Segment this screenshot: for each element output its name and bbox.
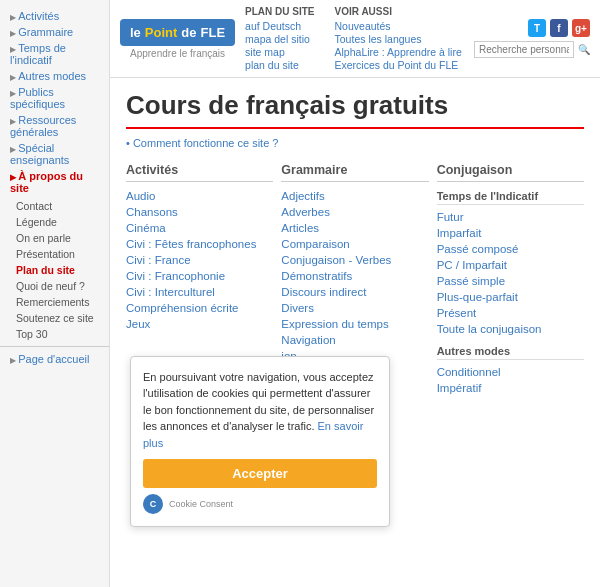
header-right: T f g+ 🔍 xyxy=(474,19,590,58)
sidebar-item-ressources[interactable]: Ressources générales xyxy=(0,112,109,140)
sidebar-item-contact[interactable]: Contact xyxy=(0,198,109,214)
item-divers[interactable]: Divers xyxy=(281,300,428,316)
sidebar-item-soutenez[interactable]: Soutenez ce site xyxy=(0,310,109,326)
item-comprehension[interactable]: Compréhension écrite xyxy=(126,300,273,316)
item-imparfait[interactable]: Imparfait xyxy=(437,225,584,241)
sidebar-item-quoideneuf[interactable]: Quoi de neuf ? xyxy=(0,278,109,294)
item-articles[interactable]: Articles xyxy=(281,220,428,236)
col-grammaire-header: Grammaire xyxy=(281,163,428,182)
item-passe-compose[interactable]: Passé composé xyxy=(437,241,584,257)
nav-voir-langues[interactable]: Toutes les langues xyxy=(335,33,462,45)
sidebar: Activités Grammaire Temps de l'indicatif… xyxy=(0,0,110,587)
page-subtitle[interactable]: Comment fonctionne ce site ? xyxy=(126,137,584,149)
item-francophonie[interactable]: Civi : Francophonie xyxy=(126,268,273,284)
item-expression-temps[interactable]: Expression du temps xyxy=(281,316,428,332)
sidebar-item-grammaire[interactable]: Grammaire xyxy=(0,24,109,40)
item-chansons[interactable]: Chansons xyxy=(126,204,273,220)
item-toute-conjugaison[interactable]: Toute la conjugaison xyxy=(437,321,584,337)
logo-fle: FLE xyxy=(201,25,226,40)
logo-point: Point xyxy=(145,25,178,40)
sidebar-item-accueil[interactable]: Page d'accueil xyxy=(0,351,109,367)
item-jeux[interactable]: Jeux xyxy=(126,316,273,332)
cookie-accept-button[interactable]: Accepter xyxy=(143,459,377,488)
facebook-icon[interactable]: f xyxy=(550,19,568,37)
item-demonstratifs[interactable]: Démonstratifs xyxy=(281,268,428,284)
item-navigation[interactable]: Navigation xyxy=(281,332,428,348)
item-present[interactable]: Présent xyxy=(437,305,584,321)
sidebar-section-bottom: Page d'accueil xyxy=(0,351,109,367)
item-fetes[interactable]: Civi : Fêtes francophones xyxy=(126,236,273,252)
conj-indicatif-header: Temps de l'Indicatif xyxy=(437,190,584,205)
item-audio[interactable]: Audio xyxy=(126,188,273,204)
nav-plan: Plan du site auf Deutsch mapa del sitio … xyxy=(245,6,314,71)
search-icon[interactable]: 🔍 xyxy=(578,44,590,55)
item-discours[interactable]: Discours indirect xyxy=(281,284,428,300)
sidebar-section-sub: Contact Légende On en parle Présentation… xyxy=(0,198,109,342)
nav-plan-mapa[interactable]: mapa del sitio xyxy=(245,33,314,45)
nav-voir-nouveautes[interactable]: Nouveautés xyxy=(335,20,462,32)
nav-voir-alphalire[interactable]: AlphaLire : Apprendre à lire xyxy=(335,46,462,58)
nav-plan-sitemap[interactable]: site map xyxy=(245,46,314,58)
cookie-footer-text: Cookie Consent xyxy=(169,499,233,509)
item-plus-que-parfait[interactable]: Plus-que-parfait xyxy=(437,289,584,305)
sidebar-item-top30[interactable]: Top 30 xyxy=(0,326,109,342)
sidebar-divider xyxy=(0,346,109,347)
cookie-learn-more[interactable]: En savoir plus xyxy=(143,420,363,449)
item-passe-simple[interactable]: Passé simple xyxy=(437,273,584,289)
col-conjugaison-header: Conjugaison xyxy=(437,163,584,182)
sidebar-item-apropos[interactable]: À propos du site xyxy=(0,168,109,196)
cookie-banner: En poursuivant votre navigation, vous ac… xyxy=(130,356,390,528)
sidebar-item-temps[interactable]: Temps de l'indicatif xyxy=(0,40,109,68)
social-icons: T f g+ xyxy=(528,19,590,37)
item-pc-imparfait[interactable]: PC / Imparfait xyxy=(437,257,584,273)
sidebar-item-plandusite[interactable]: Plan du site xyxy=(0,262,109,278)
sidebar-item-modes[interactable]: Autres modes xyxy=(0,68,109,84)
nav-plan-title: Plan du site xyxy=(245,6,314,17)
col-conjugaison: Conjugaison Temps de l'Indicatif Futur I… xyxy=(437,163,584,396)
nav-plan-plan[interactable]: plan du site xyxy=(245,59,314,71)
item-france[interactable]: Civi : France xyxy=(126,252,273,268)
twitter-icon[interactable]: T xyxy=(528,19,546,37)
conj-indicatif: Temps de l'Indicatif Futur Imparfait Pas… xyxy=(437,190,584,337)
item-imperatif[interactable]: Impératif xyxy=(437,380,584,396)
item-cinema[interactable]: Cinéma xyxy=(126,220,273,236)
search-bar: 🔍 xyxy=(474,41,590,58)
nav-voir-title: Voir aussi xyxy=(335,6,462,17)
page-title: Cours de français gratuits xyxy=(126,90,584,129)
gplus-icon[interactable]: g+ xyxy=(572,19,590,37)
cookie-logo-icon: C xyxy=(143,494,163,514)
item-conditionnel[interactable]: Conditionnel xyxy=(437,364,584,380)
nav-plan-deutsch[interactable]: auf Deutsch xyxy=(245,20,314,32)
sidebar-item-special[interactable]: Spécial enseignants xyxy=(0,140,109,168)
sidebar-item-presentation[interactable]: Présentation xyxy=(0,246,109,262)
page-body: Cours de français gratuits Comment fonct… xyxy=(110,78,600,587)
header-nav: Plan du site auf Deutsch mapa del sitio … xyxy=(245,6,464,71)
sidebar-section-main: Activités Grammaire Temps de l'indicatif… xyxy=(0,8,109,196)
sidebar-item-remerciements[interactable]: Remerciements xyxy=(0,294,109,310)
cookie-text: En poursuivant votre navigation, vous ac… xyxy=(143,369,377,452)
sidebar-item-activites[interactable]: Activités xyxy=(0,8,109,24)
sidebar-item-publics[interactable]: Publics spécifiques xyxy=(0,84,109,112)
conj-autres-header: Autres modes xyxy=(437,345,584,360)
search-input[interactable] xyxy=(474,41,574,58)
logo-le: le xyxy=(130,25,141,40)
cookie-footer: C Cookie Consent xyxy=(143,494,377,514)
nav-voir: Voir aussi Nouveautés Toutes les langues… xyxy=(335,6,462,71)
logo-de: de xyxy=(181,25,196,40)
nav-voir-exercices[interactable]: Exercices du Point du FLE xyxy=(335,59,462,71)
item-conjugaison-verbes[interactable]: Conjugaison - Verbes xyxy=(281,252,428,268)
sidebar-item-onenparle[interactable]: On en parle xyxy=(0,230,109,246)
item-adverbes[interactable]: Adverbes xyxy=(281,204,428,220)
conj-autres-modes: Autres modes Conditionnel Impératif xyxy=(437,345,584,396)
logo-subtitle: Apprendre le français xyxy=(130,48,225,59)
item-interculturel[interactable]: Civi : Interculturel xyxy=(126,284,273,300)
item-adjectifs[interactable]: Adjectifs xyxy=(281,188,428,204)
item-comparaison[interactable]: Comparaison xyxy=(281,236,428,252)
logo[interactable]: le Point de FLE xyxy=(120,19,235,46)
item-futur[interactable]: Futur xyxy=(437,209,584,225)
logo-wrap: le Point de FLE Apprendre le français xyxy=(120,19,235,59)
sidebar-item-legende[interactable]: Légende xyxy=(0,214,109,230)
header: le Point de FLE Apprendre le français Pl… xyxy=(110,0,600,78)
main-content: le Point de FLE Apprendre le français Pl… xyxy=(110,0,600,587)
col-activites-header: Activités xyxy=(126,163,273,182)
